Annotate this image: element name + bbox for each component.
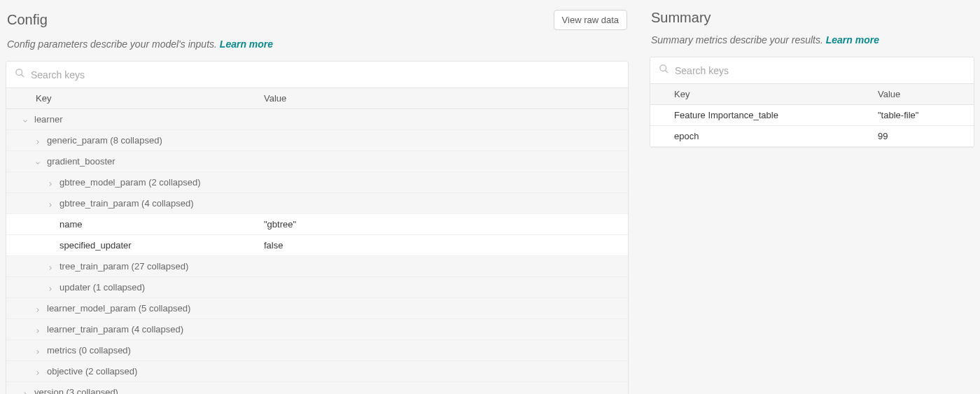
- config-key-label: tree_train_param (27 collapsed): [59, 261, 188, 272]
- chevron-right-icon: [34, 305, 41, 312]
- summary-th-key: Key: [650, 89, 878, 99]
- config-row[interactable]: gbtree_train_param (4 collapsed): [6, 193, 628, 214]
- summary-search-bar: [650, 57, 974, 84]
- config-key-cell: learner_model_param (5 collapsed): [6, 303, 264, 314]
- chevron-right-icon: [47, 200, 54, 207]
- config-key-cell: updater (1 collapsed): [6, 282, 264, 293]
- config-key-cell: gbtree_train_param (4 collapsed): [6, 198, 264, 209]
- config-th-key: Key: [6, 93, 264, 104]
- config-panel: Config View raw data Config parameters d…: [6, 6, 629, 388]
- config-search-bar: [6, 62, 628, 88]
- chevron-right-icon: [34, 368, 41, 375]
- summary-title: Summary: [651, 10, 711, 26]
- config-key-label: version (3 collapsed): [34, 387, 118, 394]
- config-key-cell: version (3 collapsed): [6, 387, 264, 394]
- summary-table-header: Key Value: [650, 84, 974, 105]
- config-row[interactable]: learner_train_param (4 collapsed): [6, 319, 628, 340]
- config-key-cell: gbtree_model_param (2 collapsed): [6, 177, 264, 188]
- chevron-down-icon: [34, 158, 41, 165]
- config-row[interactable]: metrics (0 collapsed): [6, 340, 628, 361]
- config-row: specified_updaterfalse: [6, 235, 628, 256]
- config-rows: learnergeneric_param (8 collapsed)gradie…: [6, 109, 628, 394]
- chevron-right-icon: [34, 347, 41, 354]
- config-card: Key Value learnergeneric_param (8 collap…: [6, 61, 629, 394]
- summary-desc-text: Summary metrics describe your results.: [651, 34, 826, 45]
- summary-search-input[interactable]: [675, 65, 965, 76]
- config-key-label: gbtree_model_param (2 collapsed): [59, 177, 201, 188]
- config-row[interactable]: generic_param (8 collapsed): [6, 130, 628, 151]
- config-th-value: Value: [264, 93, 286, 104]
- config-row[interactable]: tree_train_param (27 collapsed): [6, 256, 628, 277]
- config-description: Config parameters describe your model's …: [6, 38, 629, 61]
- config-key-label: learner_train_param (4 collapsed): [47, 324, 183, 335]
- search-icon: [15, 68, 31, 81]
- summary-value-cell: 99: [878, 131, 888, 141]
- config-learn-more-link[interactable]: Learn more: [220, 38, 273, 50]
- config-desc-text: Config parameters describe your model's …: [7, 38, 220, 50]
- config-key-cell: generic_param (8 collapsed): [6, 135, 264, 146]
- config-row[interactable]: gbtree_model_param (2 collapsed): [6, 172, 628, 193]
- summary-key-cell: epoch: [650, 131, 878, 141]
- config-key-label: specified_updater: [59, 240, 132, 251]
- summary-row: Feature Importance_table"table-file": [650, 105, 974, 126]
- config-row[interactable]: gradient_booster: [6, 151, 628, 172]
- config-title: Config: [7, 12, 48, 28]
- chevron-right-icon: [47, 263, 54, 270]
- config-row: name"gbtree": [6, 214, 628, 235]
- config-key-label: updater (1 collapsed): [59, 282, 145, 293]
- summary-description: Summary metrics describe your results. L…: [650, 34, 974, 57]
- config-row[interactable]: learner_model_param (5 collapsed): [6, 298, 628, 319]
- search-icon: [659, 64, 675, 77]
- config-search-input[interactable]: [31, 69, 620, 80]
- config-table-header: Key Value: [6, 88, 628, 109]
- summary-rows: Feature Importance_table"table-file"epoc…: [650, 105, 974, 147]
- summary-learn-more-link[interactable]: Learn more: [826, 34, 879, 45]
- view-raw-data-button[interactable]: View raw data: [554, 10, 627, 30]
- config-key-label: metrics (0 collapsed): [47, 345, 131, 356]
- config-key-cell: tree_train_param (27 collapsed): [6, 261, 264, 272]
- config-key-cell: learner: [6, 114, 264, 125]
- config-header: Config View raw data: [6, 6, 629, 38]
- summary-value-cell: "table-file": [878, 110, 918, 120]
- config-value-cell: false: [264, 240, 283, 251]
- config-key-cell: metrics (0 collapsed): [6, 345, 264, 356]
- chevron-down-icon: [22, 116, 29, 123]
- chevron-right-icon: [34, 137, 41, 144]
- config-row[interactable]: objective (2 collapsed): [6, 361, 628, 382]
- config-key-cell: name: [6, 219, 264, 230]
- config-row[interactable]: updater (1 collapsed): [6, 277, 628, 298]
- svg-line-3: [666, 71, 668, 73]
- summary-header: Summary: [650, 6, 974, 34]
- chevron-right-icon: [34, 326, 41, 333]
- svg-line-1: [22, 75, 24, 77]
- config-row[interactable]: learner: [6, 109, 628, 130]
- config-key-label: generic_param (8 collapsed): [47, 135, 162, 146]
- config-key-cell: learner_train_param (4 collapsed): [6, 324, 264, 335]
- svg-point-2: [660, 65, 666, 71]
- config-key-label: learner: [34, 114, 62, 125]
- config-row[interactable]: version (3 collapsed): [6, 382, 628, 394]
- config-key-label: gbtree_train_param (4 collapsed): [59, 198, 194, 209]
- chevron-right-icon: [47, 179, 54, 186]
- summary-panel: Summary Summary metrics describe your re…: [650, 6, 974, 388]
- config-key-label: learner_model_param (5 collapsed): [47, 303, 190, 314]
- config-key-cell: gradient_booster: [6, 156, 264, 167]
- summary-key-cell: Feature Importance_table: [650, 110, 878, 120]
- config-key-cell: objective (2 collapsed): [6, 366, 264, 377]
- config-key-label: name: [59, 219, 83, 230]
- chevron-right-icon: [22, 389, 29, 395]
- config-key-label: gradient_booster: [47, 156, 115, 167]
- chevron-right-icon: [47, 284, 54, 291]
- summary-row: epoch99: [650, 126, 974, 147]
- svg-point-0: [16, 69, 22, 76]
- summary-card: Key Value Feature Importance_table"table…: [650, 57, 974, 148]
- config-key-label: objective (2 collapsed): [47, 366, 137, 377]
- summary-th-value: Value: [878, 89, 900, 99]
- config-key-cell: specified_updater: [6, 240, 264, 251]
- config-value-cell: "gbtree": [264, 219, 296, 230]
